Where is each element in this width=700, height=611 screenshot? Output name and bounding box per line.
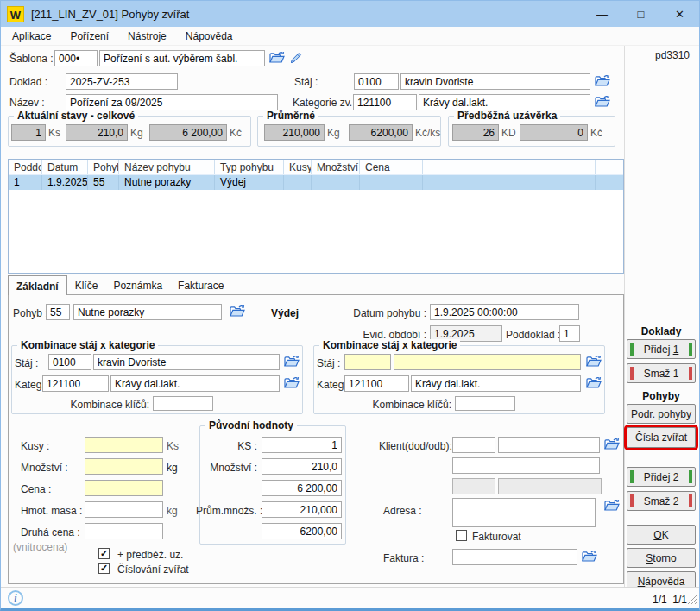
puvodni-cena-field: 6 200,00 <box>262 480 342 496</box>
tab-klice[interactable]: Klíče <box>67 276 106 295</box>
komb2-kateg-name-field[interactable]: Krávy dal.lakt. <box>411 375 581 392</box>
pohyb-open-folder-icon[interactable] <box>230 305 246 318</box>
poddoklad-label: Poddoklad : <box>506 329 560 341</box>
puvodni-mnozstvi-label: Množství : <box>205 462 257 474</box>
puvodni-ks-label: KS : <box>205 440 257 452</box>
klient-label: Klient(dod/odb): <box>379 440 452 452</box>
komb1-kateg-open-folder-icon[interactable] <box>284 376 300 390</box>
komb2-staj-label: Stáj : <box>317 357 340 369</box>
fakturovat-checkbox-label: Fakturovat <box>472 531 521 543</box>
klient-extra-code-field <box>452 478 495 494</box>
adresa-textarea[interactable] <box>452 498 596 527</box>
komb1-klice-field[interactable] <box>153 396 213 411</box>
groupbox-kombinace-2-title: Kombinace stáj x kategorie <box>319 339 460 351</box>
adresa-open-folder-icon[interactable] <box>604 499 621 513</box>
klient-extra-name-field <box>498 478 602 494</box>
hmot-masa-field[interactable] <box>85 501 163 518</box>
tab-poznamka[interactable]: Poznámka <box>105 276 170 295</box>
pohyb-name-field[interactable]: Nutne porazky <box>73 304 222 320</box>
tab-strip: Základní Klíče Poznámka Fakturace <box>8 275 231 295</box>
fakturovat-checkbox[interactable] <box>456 530 467 541</box>
klient-code-field[interactable] <box>452 437 495 453</box>
predbez-checkbox[interactable]: ✓ <box>98 548 110 559</box>
komb1-staj-open-folder-icon[interactable] <box>284 355 300 368</box>
faktura-field[interactable] <box>452 549 577 565</box>
hmot-masa-label: Hmot. masa : <box>21 505 82 517</box>
tab-zakladni[interactable]: Základní <box>8 275 67 295</box>
komb2-staj-name-field[interactable] <box>394 354 581 370</box>
vnitrocena-note: (vnitrocena) <box>13 541 67 553</box>
puvodni-mnozstvi-field: 210,0 <box>262 458 342 475</box>
kusy-field[interactable] <box>85 437 163 453</box>
komb1-kateg-name-field[interactable]: Krávy dal.lakt. <box>110 375 280 392</box>
kusy-label: Kusy : <box>21 440 49 452</box>
komb1-staj-label: Stáj : <box>15 357 38 369</box>
puvodni-prum-field: 210,000 <box>262 501 342 518</box>
predbez-checkbox-label: + předběž. uz. <box>117 549 183 561</box>
komb1-staj-code-field[interactable]: 0100 <box>48 354 91 370</box>
cislovani-checkbox-label: Číslování zvířat <box>117 564 189 576</box>
klient-name-field[interactable] <box>498 437 600 453</box>
groupbox-kombinace-1-title: Kombinace stáj x kategorie <box>17 339 158 351</box>
faktura-open-folder-icon[interactable] <box>582 550 598 564</box>
klient-open-folder-icon[interactable] <box>604 438 621 451</box>
detail-layer: Pohyb : 55 Nutne porazky Výdej Datum poh… <box>1 1 699 608</box>
adresa-label: Adresa : <box>383 505 422 517</box>
druha-cena-label: Druhá cena : <box>21 526 80 539</box>
druha-cena-field[interactable] <box>85 523 163 539</box>
mnozstvi-field[interactable] <box>85 458 163 475</box>
cislovani-checkbox[interactable]: ✓ <box>98 563 110 574</box>
faktura-label: Faktura : <box>383 552 424 564</box>
datum-pohybu-field[interactable]: 1.9.2025 00:00:00 <box>430 304 579 320</box>
komb2-klice-field[interactable] <box>455 396 515 411</box>
tab-fakturace[interactable]: Fakturace <box>170 276 231 295</box>
pohyb-label: Pohyb : <box>13 307 48 319</box>
groupbox-puvodni-title: Původní hodnoty <box>205 419 297 431</box>
dialog-pohyby-zvirat: W [211_LIN_ZV_01] Pohyby zvířat — □ ✕ Ap… <box>0 0 700 611</box>
pohyb-code-field[interactable]: 55 <box>46 304 70 320</box>
datum-pohybu-label: Datum pohybu : <box>337 307 426 319</box>
hmot-masa-unit: kg <box>167 505 178 517</box>
movement-type-label: Výdej <box>271 307 299 319</box>
komb2-klice-label: Kombinace klíčů: <box>344 399 451 411</box>
komb2-staj-code-field[interactable] <box>344 354 391 370</box>
cena-label: Cena : <box>21 483 51 495</box>
mnozstvi-label: Množství : <box>21 462 68 474</box>
kusy-unit: Ks <box>167 440 179 452</box>
poddoklad-field[interactable]: 1 <box>559 325 580 342</box>
komb2-staj-open-folder-icon[interactable] <box>586 355 602 368</box>
komb1-klice-label: Kombinace klíčů: <box>42 399 149 411</box>
puvodni-ks-field: 1 <box>262 437 342 453</box>
komb2-kateg-open-folder-icon[interactable] <box>586 376 602 390</box>
cena-field[interactable] <box>85 480 163 496</box>
puvodni-prum-cena-field: 6200,00 <box>262 523 342 539</box>
komb2-kateg-code-field[interactable]: 121100 <box>344 375 409 392</box>
komb1-kateg-code-field[interactable]: 121100 <box>42 375 109 392</box>
komb1-staj-name-field[interactable]: kravin Dvoriste <box>93 354 280 370</box>
mnozstvi-unit: kg <box>167 462 178 474</box>
klient-name2-field[interactable] <box>452 457 600 474</box>
puvodni-prum-label: Prům.množs. : <box>196 505 257 517</box>
